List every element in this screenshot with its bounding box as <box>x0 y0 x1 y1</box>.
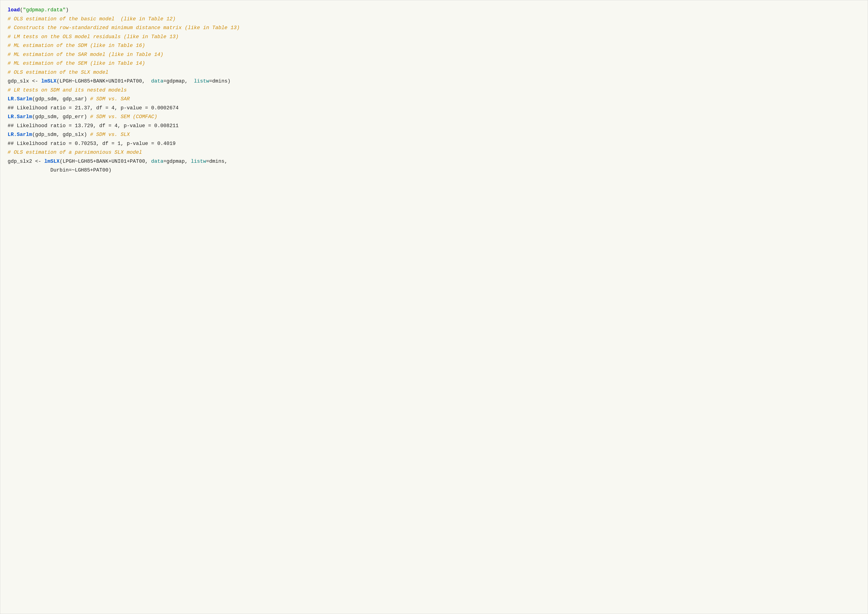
code-token: ## Likelihood ratio = 21.37, df = 4, p-v… <box>8 105 179 111</box>
code-token: # OLS estimation of the SLX model <box>8 70 109 75</box>
code-line: # LM tests on the OLS model residuals (l… <box>8 33 860 42</box>
code-token: # ML estimation of the SEM (like in Tabl… <box>8 60 145 66</box>
code-token: # ML estimation of the SAR model (like i… <box>8 52 163 57</box>
code-token: # ML estimation of the SDM (like in Tabl… <box>8 43 145 48</box>
code-token: listw <box>191 158 206 164</box>
code-token: UNI01 <box>109 78 124 84</box>
code-line: ## Likelihood ratio = 13.729, df = 4, p-… <box>8 122 860 130</box>
code-token: (LPGH~LGH85+BANK+UNI01+PAT00, <box>59 158 151 164</box>
code-token: listw <box>194 78 209 84</box>
code-token: # SDM vs. SEM (COMFAC) <box>90 114 157 120</box>
code-token: # Constructs the row-standardized minimu… <box>8 25 240 31</box>
code-line: LR.Sarlm(gdp_sdm, gdp_err) # SDM vs. SEM… <box>8 113 860 122</box>
code-line: load("gdpmap.rdata") <box>8 6 860 15</box>
code-line: # OLS estimation of the SLX model <box>8 68 860 77</box>
code-line: # ML estimation of the SDM (like in Tabl… <box>8 41 860 50</box>
code-token: LR.Sarlm <box>8 96 32 102</box>
code-line: LR.Sarlm(gdp_sdm, gdp_slx) # SDM vs. SLX <box>8 130 860 140</box>
code-token: gdp_slx <- <box>8 78 41 84</box>
code-token: load <box>8 7 20 13</box>
code-token: ## Likelihood ratio = 0.70253, df = 1, p… <box>8 141 175 147</box>
code-token: ( <box>20 7 23 13</box>
code-token: PAT00, <box>127 78 151 84</box>
code-token: (gdp_sdm, gdp_slx) <box>32 132 90 138</box>
code-token: "gdpmap.rdata" <box>23 7 66 13</box>
code-token: gdp_slx2 <- <box>8 158 44 164</box>
code-token: =dmins) <box>209 78 230 84</box>
code-token: lmSLX <box>41 78 56 84</box>
code-token: ) <box>66 7 69 13</box>
code-token: # SDM vs. SLX <box>90 132 130 138</box>
code-token: (gdp_sdm, gdp_sar) <box>32 96 90 102</box>
code-line: # ML estimation of the SEM (like in Tabl… <box>8 59 860 68</box>
code-line: ## Likelihood ratio = 21.37, df = 4, p-v… <box>8 104 860 113</box>
code-token: =gdpmap, <box>163 158 191 164</box>
code-token: data <box>151 78 163 84</box>
code-line: # OLS estimation of a parsimonious SLX m… <box>8 148 860 157</box>
code-line: Durbin=~LGH85+PAT00) <box>8 166 860 175</box>
code-token: BANK <box>93 78 106 84</box>
code-token: + <box>124 78 127 84</box>
code-token: lmSLX <box>44 158 59 164</box>
code-token: # OLS estimation of the basic model (lik… <box>8 16 175 22</box>
code-line: # ML estimation of the SAR model (like i… <box>8 50 860 59</box>
code-token: # LM tests on the OLS model residuals (l… <box>8 34 179 40</box>
code-line: # LR tests on SDM and its nested models <box>8 86 860 95</box>
code-token: Durbin=~LGH85+PAT00) <box>8 167 112 173</box>
code-token: # SDM vs. SAR <box>90 96 130 102</box>
code-line: # Constructs the row-standardized minimu… <box>8 23 860 33</box>
code-line: LR.Sarlm(gdp_sdm, gdp_sar) # SDM vs. SAR <box>8 95 860 104</box>
code-token: data <box>151 158 163 164</box>
code-token: LR.Sarlm <box>8 114 32 120</box>
code-token: =dmins, <box>206 158 227 164</box>
code-token: + <box>90 78 93 84</box>
code-line: gdp_slx2 <- lmSLX(LPGH~LGH85+BANK+UNI01+… <box>8 157 860 166</box>
code-token: ## Likelihood ratio = 13.729, df = 4, p-… <box>8 123 179 129</box>
code-line: ## Likelihood ratio = 0.70253, df = 1, p… <box>8 140 860 149</box>
code-token: (LPGH~LGH85 <box>56 78 90 84</box>
code-token: # LR tests on SDM and its nested models <box>8 87 127 93</box>
code-token: + <box>106 78 109 84</box>
code-line: gdp_slx <- lmSLX(LPGH~LGH85+BANK+UNI01+P… <box>8 77 860 86</box>
code-line: # OLS estimation of the basic model (lik… <box>8 15 860 24</box>
code-token: LR.Sarlm <box>8 132 32 138</box>
code-token: # OLS estimation of a parsimonious SLX m… <box>8 150 142 155</box>
code-block: load("gdpmap.rdata")# OLS estimation of … <box>0 0 868 614</box>
code-token: =gdpmap, <box>163 78 194 84</box>
code-token: (gdp_sdm, gdp_err) <box>32 114 90 120</box>
